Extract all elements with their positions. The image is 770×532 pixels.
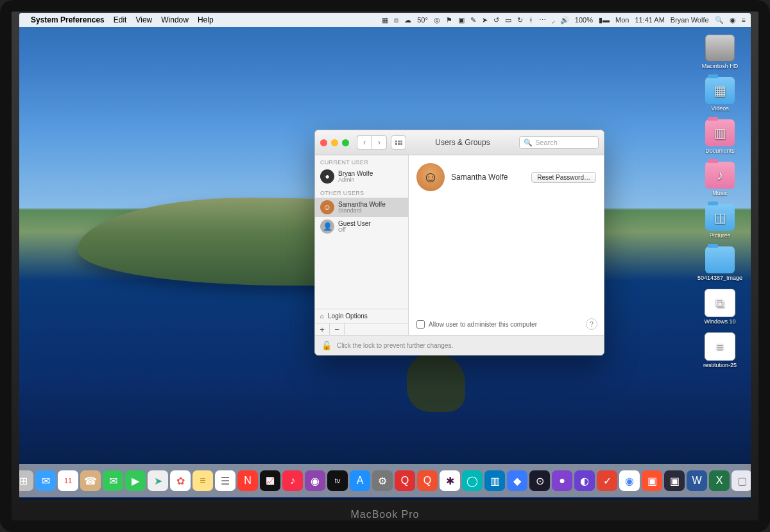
dock-chrome[interactable]: ◉ bbox=[619, 470, 640, 491]
dock-news[interactable]: N bbox=[237, 470, 258, 491]
dock-appstore[interactable]: A bbox=[350, 470, 370, 491]
reset-password-button[interactable]: Reset Password… bbox=[531, 172, 596, 183]
laptop-frame: System Preferences Edit View Window Help… bbox=[0, 0, 770, 532]
dock-stocks[interactable]: 📈 bbox=[260, 470, 280, 491]
dock-app-red[interactable]: Q bbox=[395, 470, 415, 491]
dock-slack[interactable]: ✱ bbox=[440, 470, 460, 491]
dock-calendar[interactable]: 11 bbox=[58, 470, 78, 491]
dock-todoist[interactable]: ✓ bbox=[597, 470, 617, 491]
dock-app-grad[interactable]: ◐ bbox=[574, 470, 595, 491]
dock-trello[interactable]: ▥ bbox=[484, 470, 505, 491]
app-menu[interactable]: System Preferences bbox=[31, 15, 105, 24]
dock-messages[interactable]: ✉ bbox=[103, 470, 123, 491]
notification-icon[interactable]: ≡ bbox=[742, 16, 746, 24]
desktop-icon-pictures[interactable]: ◫Pictures bbox=[705, 204, 735, 239]
dock-app-dark[interactable]: ▣ bbox=[664, 470, 685, 491]
desktop-icon-restitution-25[interactable]: ≡restitution-25 bbox=[703, 332, 737, 368]
volume-icon[interactable]: 🔊 bbox=[560, 16, 569, 24]
dock-launchpad[interactable]: ⊞ bbox=[19, 470, 33, 491]
search-field[interactable]: 🔍 Search bbox=[519, 136, 599, 149]
dock-preferences[interactable]: ⚙ bbox=[372, 470, 393, 491]
plane-icon[interactable]: ➤ bbox=[482, 16, 488, 24]
desktop-icon-macintosh-hd[interactable]: Macintosh HD bbox=[702, 35, 739, 69]
add-user-button[interactable]: + bbox=[315, 323, 330, 335]
dock-photos[interactable]: ✿ bbox=[170, 470, 191, 491]
sync-icon[interactable]: ↺ bbox=[493, 16, 499, 24]
dock-1password[interactable]: ⊙ bbox=[529, 470, 550, 491]
dock-app-orange[interactable]: ▣ bbox=[642, 470, 662, 491]
siri-icon[interactable]: ◉ bbox=[730, 16, 736, 24]
admin-checkbox-row[interactable]: Allow user to administer this computer bbox=[416, 320, 537, 329]
selected-user-name: Samantha Wolfe bbox=[451, 173, 508, 182]
battery-icon[interactable]: ▮▬ bbox=[599, 16, 610, 24]
remove-user-button[interactable]: − bbox=[330, 323, 345, 335]
dock-quip[interactable]: Q bbox=[417, 470, 438, 491]
display-icon[interactable]: ▭ bbox=[505, 16, 511, 24]
dock-app-purple[interactable]: ● bbox=[552, 470, 572, 491]
vpn-icon[interactable]: ⋯ bbox=[539, 16, 546, 24]
menu-edit[interactable]: Edit bbox=[114, 15, 127, 24]
sidebar-user-guest-user[interactable]: 👤Guest UserOff bbox=[315, 217, 408, 236]
dock-tv[interactable]: tv bbox=[327, 470, 348, 491]
desktop-icon-50414387_image[interactable]: 50414387_Image bbox=[697, 246, 742, 281]
desktop-icon-windows-10[interactable]: ⧉Windows 10 bbox=[704, 289, 735, 325]
admin-checkbox[interactable] bbox=[416, 320, 425, 329]
status-icon[interactable]: ▦ bbox=[382, 16, 388, 24]
dropbox-icon[interactable]: ⧈ bbox=[394, 16, 398, 24]
show-all-button[interactable] bbox=[391, 135, 406, 150]
cloud-icon[interactable]: ☁ bbox=[404, 16, 411, 24]
dock-mail[interactable]: ✉ bbox=[35, 470, 56, 491]
home-icon: ⌂ bbox=[320, 313, 324, 320]
lock-bar: 🔓 Click the lock to prevent further chan… bbox=[315, 335, 604, 355]
avatar: ☺ bbox=[320, 200, 334, 214]
menu-help[interactable]: Help bbox=[198, 15, 214, 24]
other-users-header: Other Users bbox=[315, 186, 408, 198]
dock-podcasts[interactable]: ◉ bbox=[305, 470, 325, 491]
dock-reminders[interactable]: ☰ bbox=[215, 470, 235, 491]
lock-text: Click the lock to prevent further change… bbox=[337, 342, 453, 349]
dock-contacts[interactable]: ☎ bbox=[80, 470, 101, 491]
dock-maps[interactable]: ➤ bbox=[148, 470, 168, 491]
close-button[interactable] bbox=[320, 139, 327, 146]
forward-button[interactable]: › bbox=[372, 135, 387, 150]
wifi-icon[interactable]: ◞ bbox=[552, 16, 554, 24]
dock-word[interactable]: W bbox=[687, 470, 707, 491]
temperature[interactable]: 50° bbox=[417, 16, 428, 24]
lock-icon[interactable]: 🔓 bbox=[321, 341, 332, 350]
spotlight-icon[interactable]: 🔍 bbox=[715, 16, 724, 24]
desktop-icon-videos[interactable]: ▦Videos bbox=[705, 77, 735, 112]
avatar: ● bbox=[320, 169, 334, 184]
dock-app-blue[interactable]: ◆ bbox=[507, 470, 527, 491]
app-icon[interactable]: ▣ bbox=[458, 16, 465, 24]
clock-time[interactable]: 11:41 AM bbox=[635, 16, 664, 24]
paste-icon[interactable]: ✎ bbox=[470, 16, 476, 24]
dock-music[interactable]: ♪ bbox=[282, 470, 303, 491]
user-name[interactable]: Bryan Wolfe bbox=[671, 16, 709, 24]
clock-day[interactable]: Mon bbox=[615, 16, 629, 24]
dock-facetime[interactable]: ▶ bbox=[125, 470, 146, 491]
login-options[interactable]: ⌂ Login Options bbox=[315, 309, 408, 323]
menu-view[interactable]: View bbox=[135, 15, 152, 24]
zoom-button[interactable] bbox=[342, 139, 349, 146]
dock-excel[interactable]: X bbox=[709, 470, 730, 491]
dock-notes[interactable]: ≡ bbox=[193, 470, 213, 491]
window-titlebar[interactable]: ‹ › Users & Groups 🔍 Search bbox=[315, 130, 604, 155]
battery-percent[interactable]: 100% bbox=[575, 16, 593, 24]
minimize-button[interactable] bbox=[331, 139, 338, 146]
dock-app-light[interactable]: ▢ bbox=[732, 470, 751, 491]
sidebar-user-current[interactable]: ● Bryan Wolfe Admin bbox=[315, 167, 408, 186]
dock-app-teal[interactable]: ◯ bbox=[462, 470, 483, 491]
desktop-icon-documents[interactable]: ▥Documents bbox=[705, 119, 735, 154]
desktop-icon-music[interactable]: ♪Music bbox=[705, 162, 735, 196]
add-remove-users: + − bbox=[315, 323, 408, 335]
flag-icon[interactable]: ⚑ bbox=[446, 16, 452, 24]
help-button[interactable]: ? bbox=[586, 318, 597, 330]
sidebar-user-samantha-wolfe[interactable]: ☺Samantha WolfeStandard bbox=[315, 198, 408, 217]
user-avatar[interactable]: ☺ bbox=[416, 163, 445, 191]
menu-window[interactable]: Window bbox=[161, 15, 189, 24]
bluetooth-icon[interactable]: ᚼ bbox=[529, 16, 533, 24]
cc-icon[interactable]: ◎ bbox=[434, 16, 440, 24]
search-icon: 🔍 bbox=[524, 139, 533, 147]
timemachine-icon[interactable]: ↻ bbox=[517, 16, 523, 24]
back-button[interactable]: ‹ bbox=[357, 135, 372, 150]
